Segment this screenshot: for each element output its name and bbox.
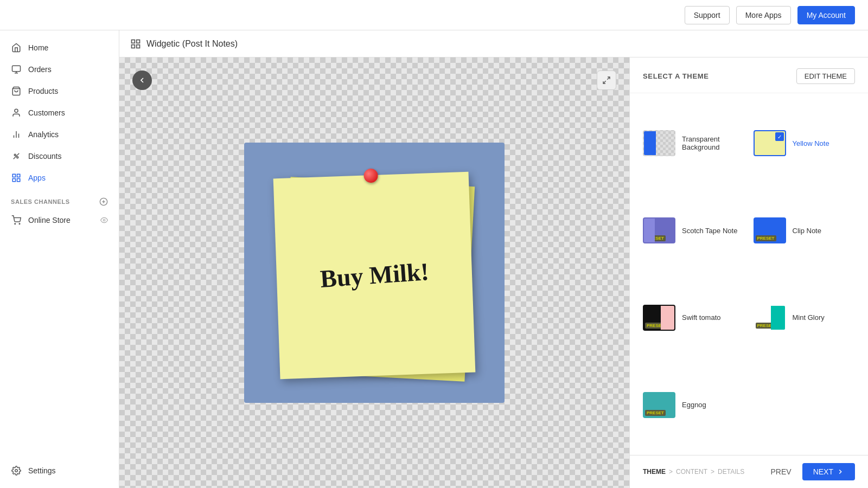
sidebar-item-products[interactable]: Products bbox=[0, 80, 119, 102]
sidebar-label-discounts: Discounts bbox=[28, 152, 61, 160]
expand-button[interactable] bbox=[597, 70, 616, 90]
sidebar: Home Orders Products Customers Analytics bbox=[0, 30, 119, 488]
sidebar-label-analytics: Analytics bbox=[28, 130, 59, 139]
svg-point-4 bbox=[15, 109, 18, 112]
preset-badge-eggnog: PRESET bbox=[645, 410, 666, 416]
theme-thumb-eggnog: PRESET bbox=[643, 392, 675, 418]
theme-thumb-yellow: ✓ bbox=[754, 130, 786, 156]
svg-point-21 bbox=[15, 470, 18, 472]
svg-point-18 bbox=[15, 223, 16, 224]
svg-point-19 bbox=[19, 223, 20, 224]
theme-grid: Transparent Background ✓ Yellow Note PRE… bbox=[630, 93, 868, 455]
footer-buttons: PREV NEXT bbox=[764, 463, 855, 480]
theme-panel: SELECT A THEME EDIT THEME Transparent Ba… bbox=[629, 57, 868, 488]
preset-badge-swift: PRESET bbox=[645, 323, 666, 329]
note-text: Buy Milk! bbox=[319, 256, 430, 294]
sidebar-item-orders[interactable]: Orders bbox=[0, 59, 119, 80]
prev-button[interactable]: PREV bbox=[764, 463, 798, 480]
support-button[interactable]: Support bbox=[685, 6, 730, 24]
products-icon bbox=[11, 86, 22, 97]
svg-point-8 bbox=[14, 154, 16, 156]
svg-rect-12 bbox=[17, 174, 20, 177]
theme-thumb-transparent bbox=[643, 130, 675, 156]
preset-badge-clip: PRESET bbox=[756, 235, 776, 241]
theme-thumb-clip: PRESET bbox=[754, 217, 786, 243]
preset-badge-mint: PRESET bbox=[756, 323, 776, 329]
theme-name-mint: Mint Glory bbox=[793, 313, 825, 322]
discounts-icon bbox=[11, 151, 22, 162]
settings-icon bbox=[11, 465, 22, 476]
note-preview-container: Buy Milk! bbox=[244, 143, 505, 403]
svg-rect-13 bbox=[12, 179, 15, 182]
theme-name-swift: Swift tomato bbox=[682, 313, 721, 322]
theme-name-transparent: Transparent Background bbox=[682, 135, 745, 151]
apps-icon bbox=[11, 172, 22, 183]
next-button[interactable]: NEXT bbox=[802, 463, 855, 480]
theme-item-yellow[interactable]: ✓ Yellow Note bbox=[754, 104, 856, 183]
theme-panel-footer: THEME > CONTENT > DETAILS PREV NEXT bbox=[630, 455, 868, 488]
sidebar-item-customers[interactable]: Customers bbox=[0, 102, 119, 124]
sidebar-item-home[interactable]: Home bbox=[0, 37, 119, 59]
step-details: DETAILS bbox=[718, 468, 744, 476]
theme-item-mint[interactable]: PRESET Mint Glory bbox=[754, 279, 856, 357]
preview-area: Buy Milk! bbox=[119, 57, 629, 488]
svg-line-27 bbox=[603, 81, 606, 84]
preset-badge-scotch: PRESET bbox=[645, 235, 666, 241]
sidebar-item-online-store[interactable]: Online Store bbox=[0, 209, 119, 231]
online-store-icon bbox=[11, 215, 22, 226]
step-theme: THEME bbox=[643, 468, 666, 476]
sidebar-label-orders: Orders bbox=[28, 65, 52, 74]
sidebar-label-settings: Settings bbox=[28, 466, 56, 475]
sidebar-label-home: Home bbox=[28, 43, 48, 52]
svg-rect-25 bbox=[137, 44, 140, 48]
theme-check-yellow: ✓ bbox=[775, 132, 784, 141]
svg-rect-0 bbox=[12, 66, 21, 72]
step-content: CONTENT bbox=[676, 468, 707, 476]
sidebar-label-online-store: Online Store bbox=[28, 216, 71, 224]
sidebar-label-apps: Apps bbox=[28, 174, 46, 182]
sidebar-item-analytics[interactable]: Analytics bbox=[0, 124, 119, 145]
svg-rect-22 bbox=[132, 40, 135, 43]
theme-item-swift[interactable]: PRESET Swift tomato bbox=[643, 279, 745, 357]
main-layout: Home Orders Products Customers Analytics bbox=[0, 30, 868, 488]
account-button[interactable]: My Account bbox=[797, 6, 855, 24]
back-button[interactable] bbox=[132, 70, 152, 90]
theme-name-scotch: Scotch Tape Note bbox=[682, 227, 737, 235]
edit-theme-button[interactable]: EDIT THEME bbox=[796, 68, 855, 84]
sidebar-item-apps[interactable]: Apps bbox=[0, 167, 119, 189]
svg-point-9 bbox=[17, 157, 18, 158]
sales-channels-label: Sales Channels bbox=[0, 189, 119, 209]
theme-name-clip: Clip Note bbox=[793, 227, 821, 235]
note-paper-main: Buy Milk! bbox=[273, 172, 476, 379]
theme-item-scotch[interactable]: PRESET Scotch Tape Note bbox=[643, 191, 745, 270]
sidebar-label-products: Products bbox=[28, 87, 58, 95]
theme-item-eggnog[interactable]: PRESET Eggnog bbox=[643, 365, 745, 444]
note-blue-background: Buy Milk! bbox=[244, 143, 505, 403]
app-header: Widgetic (Post It Notes) bbox=[119, 30, 868, 57]
svg-rect-14 bbox=[17, 179, 20, 182]
sidebar-item-discounts[interactable]: Discounts bbox=[0, 145, 119, 167]
topbar: Support More Apps My Account bbox=[0, 0, 868, 30]
theme-item-transparent[interactable]: Transparent Background bbox=[643, 104, 745, 183]
svg-rect-23 bbox=[137, 40, 140, 43]
widgetic-icon bbox=[130, 38, 141, 49]
theme-name-yellow: Yellow Note bbox=[793, 139, 829, 147]
online-store-visibility-icon[interactable] bbox=[100, 216, 108, 224]
theme-panel-title: SELECT A THEME bbox=[643, 72, 709, 80]
note-pin bbox=[363, 169, 378, 183]
sidebar-label-customers: Customers bbox=[28, 108, 65, 117]
analytics-icon bbox=[11, 129, 22, 140]
svg-rect-11 bbox=[12, 174, 15, 177]
theme-thumb-mint: PRESET bbox=[754, 305, 786, 331]
sidebar-item-settings[interactable]: Settings bbox=[0, 460, 119, 481]
content-area: Widgetic (Post It Notes) bbox=[119, 30, 868, 488]
add-sales-channel-icon[interactable] bbox=[99, 197, 108, 206]
theme-thumb-scotch: PRESET bbox=[643, 217, 675, 243]
theme-item-clip[interactable]: PRESET Clip Note bbox=[754, 191, 856, 270]
more-apps-button[interactable]: More Apps bbox=[736, 6, 791, 24]
orders-icon bbox=[11, 64, 22, 75]
breadcrumb-steps: THEME > CONTENT > DETAILS bbox=[643, 468, 744, 476]
svg-point-20 bbox=[103, 219, 105, 221]
theme-thumb-swift: PRESET bbox=[643, 305, 675, 331]
home-icon bbox=[11, 42, 22, 53]
